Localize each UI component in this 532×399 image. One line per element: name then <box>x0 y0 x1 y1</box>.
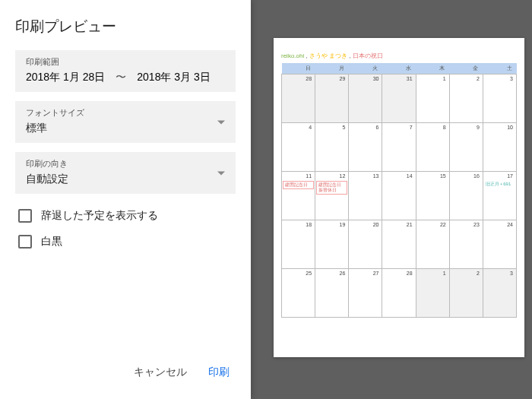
show-declined-checkbox[interactable]: 辞退した予定を表示する <box>15 203 236 229</box>
calendar-cell: 28 <box>282 74 315 123</box>
day-number: 19 <box>315 220 348 229</box>
day-number: 21 <box>382 220 415 229</box>
calendar-event: 旧正月 • 691 <box>484 181 515 188</box>
checkbox-icon <box>18 235 32 249</box>
day-number: 14 <box>382 172 415 180</box>
calendar-cell: 27 <box>349 269 382 318</box>
chevron-down-icon <box>217 171 225 175</box>
panel-footer: キャンセル 印刷 <box>0 353 251 399</box>
calendar-cell: 6 <box>349 123 382 172</box>
day-number: 3 <box>483 74 516 83</box>
print-preview-page: reiko.ohi , さうや まつき , 日本の祝日 日月火水木金土 2829… <box>274 38 524 357</box>
show-declined-label: 辞退した予定を表示する <box>41 209 158 223</box>
day-number: 26 <box>315 269 348 277</box>
day-number: 25 <box>282 269 315 277</box>
calendar-cell: 2 <box>449 74 483 123</box>
range-separator: 〜 <box>116 71 126 84</box>
checkbox-icon <box>18 209 32 223</box>
day-number: 27 <box>349 269 382 277</box>
calendar-cell: 12建国記念日 振替休日 <box>315 172 349 220</box>
print-preview-panel: 印刷プレビュー 印刷範囲 2018年 1月 28日 〜 2018年 3月 3日 … <box>0 0 251 399</box>
day-number: 2 <box>450 269 483 277</box>
day-number: 18 <box>282 220 315 229</box>
calendar-cell: 18 <box>282 220 315 269</box>
calendar-cell: 13 <box>349 172 382 220</box>
day-number: 22 <box>416 220 449 229</box>
calendar-cell: 14 <box>382 172 416 220</box>
calendar-cell: 25 <box>282 269 315 318</box>
day-number: 17 <box>483 172 516 180</box>
orientation-value: 自動設定 <box>26 173 225 186</box>
calendar-cell: 20 <box>349 220 382 269</box>
calendar-cell: 10 <box>483 123 516 172</box>
calendar-cell: 7 <box>382 123 416 172</box>
black-white-label: 白黒 <box>41 235 62 249</box>
day-number: 15 <box>416 172 449 180</box>
calendar-cell: 2 <box>449 269 483 318</box>
day-number: 30 <box>349 74 382 83</box>
weekday-header: 土 <box>483 63 516 74</box>
weekday-header: 火 <box>349 63 382 74</box>
weekday-header: 木 <box>416 63 449 74</box>
calendar-cell: 22 <box>416 220 449 269</box>
legend-item: 日本の祝日 <box>353 52 383 59</box>
range-to: 2018年 3月 3日 <box>137 71 211 84</box>
day-number: 16 <box>450 172 483 180</box>
calendar-cell: 11建国記念日 <box>282 172 315 220</box>
weekday-header: 日 <box>282 63 315 74</box>
day-number: 28 <box>282 74 315 83</box>
calendar-cell: 15 <box>416 172 449 220</box>
calendar-cell: 9 <box>449 123 483 172</box>
day-number: 6 <box>349 123 382 131</box>
font-size-label: フォントサイズ <box>26 107 225 119</box>
calendar-cell: 8 <box>416 123 449 172</box>
calendar-cell: 5 <box>315 123 349 172</box>
chevron-down-icon <box>217 120 225 124</box>
day-number: 8 <box>416 123 449 131</box>
calendar-cell: 1 <box>416 74 449 123</box>
day-number: 31 <box>382 74 415 83</box>
day-number: 11 <box>282 172 315 180</box>
calendar-cell: 26 <box>315 269 349 318</box>
day-number: 29 <box>315 74 348 83</box>
calendar-cell: 29 <box>315 74 349 123</box>
calendar-event: 建国記念日 <box>283 181 314 189</box>
day-number: 3 <box>483 269 516 277</box>
calendar-cell: 4 <box>282 123 315 172</box>
day-number: 13 <box>349 172 382 180</box>
calendar-cell: 16 <box>449 172 483 220</box>
calendar-legend: reiko.ohi , さうや まつき , 日本の祝日 <box>281 52 517 60</box>
range-from: 2018年 1月 28日 <box>26 71 105 84</box>
legend-item: reiko.ohi <box>281 52 304 59</box>
day-number: 9 <box>450 123 483 131</box>
print-range-field[interactable]: 印刷範囲 2018年 1月 28日 〜 2018年 3月 3日 <box>15 50 236 92</box>
calendar-cell: 1 <box>416 269 449 318</box>
day-number: 23 <box>450 220 483 229</box>
orientation-dropdown[interactable]: 印刷の向き 自動設定 <box>15 152 236 194</box>
calendar-cell: 23 <box>449 220 483 269</box>
day-number: 24 <box>483 220 516 229</box>
day-number: 4 <box>282 123 315 131</box>
weekday-header: 月 <box>315 63 349 74</box>
day-number: 10 <box>483 123 516 131</box>
legend-item: さうや まつき <box>309 52 347 59</box>
calendar-cell: 21 <box>382 220 416 269</box>
panel-title: 印刷プレビュー <box>15 17 236 36</box>
cancel-button[interactable]: キャンセル <box>134 366 187 379</box>
print-button[interactable]: 印刷 <box>208 366 230 379</box>
day-number: 7 <box>382 123 415 131</box>
calendar-cell: 31 <box>382 74 416 123</box>
day-number: 2 <box>450 74 483 83</box>
calendar-cell: 30 <box>349 74 382 123</box>
calendar-cell: 17旧正月 • 691 <box>483 172 516 220</box>
orientation-label: 印刷の向き <box>26 158 225 169</box>
calendar-event: 建国記念日 振替休日 <box>316 181 347 195</box>
day-number: 20 <box>349 220 382 229</box>
range-label: 印刷範囲 <box>26 56 225 68</box>
calendar-cell: 19 <box>315 220 349 269</box>
font-size-dropdown[interactable]: フォントサイズ 標準 <box>15 101 236 143</box>
day-number: 5 <box>315 123 348 131</box>
black-white-checkbox[interactable]: 白黒 <box>15 229 236 255</box>
day-number: 12 <box>315 172 348 180</box>
day-number: 1 <box>416 269 449 277</box>
